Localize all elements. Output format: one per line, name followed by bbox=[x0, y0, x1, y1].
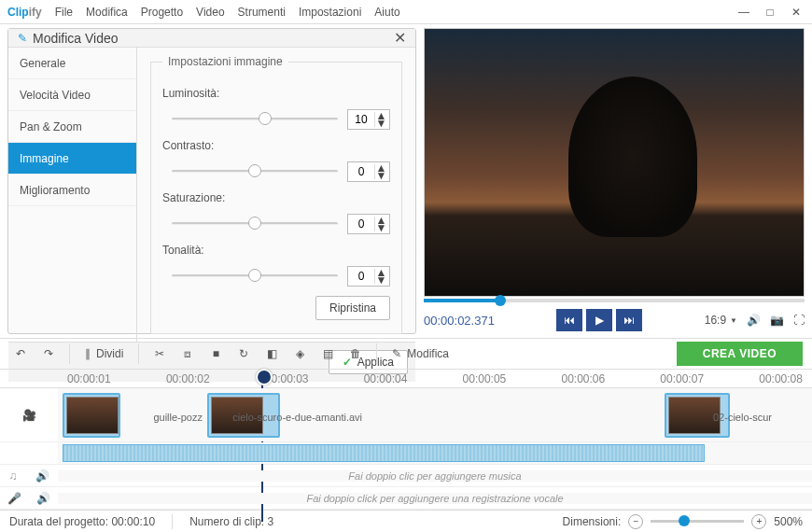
contrast-label: Contrasto: bbox=[162, 139, 235, 152]
split-button[interactable]: ∥Dividi bbox=[79, 347, 129, 360]
voice-mute-icon[interactable]: 🔊 bbox=[36, 492, 50, 505]
crop-icon[interactable]: ⧈ bbox=[176, 343, 199, 365]
adjust-icon[interactable]: ◧ bbox=[260, 343, 283, 365]
delete-icon[interactable]: 🗑 bbox=[344, 343, 367, 365]
redo-icon[interactable]: ↷ bbox=[37, 343, 60, 365]
prev-button[interactable]: ⏮ bbox=[556, 309, 582, 331]
cut-icon[interactable]: ✂ bbox=[148, 343, 171, 365]
music-mute-icon[interactable]: 🔊 bbox=[35, 469, 49, 483]
music-track-icon: ♫ bbox=[9, 469, 18, 483]
tab-panzoom[interactable]: Pan & Zoom bbox=[8, 111, 136, 143]
voice-hint[interactable]: Fai doppio click per aggiungere una regi… bbox=[58, 493, 812, 504]
create-video-button[interactable]: CREA VIDEO bbox=[677, 342, 803, 366]
hue-spin[interactable]: ▲▼ bbox=[347, 266, 390, 287]
brightness-label: Luminosità: bbox=[162, 87, 235, 100]
video-preview bbox=[424, 28, 805, 297]
stop-icon[interactable]: ■ bbox=[204, 343, 227, 365]
tab-general[interactable]: Generale bbox=[8, 48, 136, 79]
close-icon[interactable]: ✕ bbox=[788, 6, 805, 19]
saturation-slider[interactable] bbox=[172, 215, 338, 233]
tab-image[interactable]: Immagine bbox=[8, 143, 136, 175]
panel-title: Modifica Video bbox=[33, 31, 119, 46]
music-hint[interactable]: Fai doppio clic per aggiungere musica bbox=[58, 470, 812, 482]
clip-2[interactable]: cielo-scuro-e-due-amanti.avi bbox=[207, 393, 280, 438]
menu-edit[interactable]: Modifica bbox=[86, 6, 128, 19]
saturation-spin[interactable]: ▲▼ bbox=[347, 214, 390, 234]
brightness-spin[interactable]: ▲▼ bbox=[347, 109, 390, 130]
app-logo: Clipify bbox=[7, 5, 42, 19]
timecode: 00:00:02.371 bbox=[424, 314, 495, 328]
menubar: Clipify File Modifica Progetto Video Str… bbox=[0, 0, 812, 24]
playback-scrubber[interactable] bbox=[424, 299, 805, 302]
zoom-in-icon[interactable]: + bbox=[751, 514, 766, 529]
voice-track-icon: 🎤 bbox=[7, 492, 21, 505]
preview-pane: 00:00:02.371 ⏮ ▶ ⏭ 16:9▼ 🔊 📷 ⛶ bbox=[424, 28, 805, 334]
timeline: 00:00:0100:00:0200:00:0300:00:0400:00:05… bbox=[0, 370, 812, 510]
hue-label: Tonalità: bbox=[162, 244, 235, 257]
chroma-icon[interactable]: ▤ bbox=[316, 343, 339, 365]
zoom-out-icon[interactable]: − bbox=[628, 514, 643, 529]
stabilize-icon[interactable]: ◈ bbox=[288, 343, 311, 365]
clip-1[interactable]: guille-pozz bbox=[63, 393, 120, 438]
menu-settings[interactable]: Impostazioni bbox=[299, 6, 361, 19]
menu-help[interactable]: Aiuto bbox=[374, 6, 399, 19]
volume-icon[interactable]: 🔊 bbox=[747, 314, 761, 327]
tab-enhance[interactable]: Miglioramento bbox=[8, 175, 136, 206]
hue-slider[interactable] bbox=[172, 267, 338, 286]
zoom-slider[interactable] bbox=[651, 520, 744, 523]
menu-file[interactable]: File bbox=[55, 6, 73, 19]
video-track-icon: 🎥 bbox=[22, 409, 36, 422]
rotate-icon[interactable]: ↻ bbox=[232, 343, 255, 365]
reset-button[interactable]: Ripristina bbox=[315, 296, 390, 320]
tab-speed[interactable]: Velocità Video bbox=[8, 79, 136, 111]
brightness-slider[interactable] bbox=[172, 110, 338, 129]
next-button[interactable]: ⏭ bbox=[616, 309, 642, 331]
snapshot-icon[interactable]: 📷 bbox=[770, 314, 784, 327]
audio-waveform[interactable] bbox=[63, 444, 705, 462]
menu-tools[interactable]: Strumenti bbox=[238, 6, 286, 19]
edit-panel: ✎ Modifica Video ✕ Generale Velocità Vid… bbox=[7, 28, 416, 334]
saturation-label: Saturazione: bbox=[162, 191, 235, 204]
clip-3[interactable]: 02-cielo-scur bbox=[665, 393, 730, 438]
contrast-spin[interactable]: ▲▼ bbox=[347, 161, 390, 182]
zoom-value: 500% bbox=[774, 515, 803, 528]
panel-close-icon[interactable]: ✕ bbox=[394, 29, 406, 47]
maximize-icon[interactable]: □ bbox=[762, 6, 778, 19]
edit-button[interactable]: ✎Modifica bbox=[386, 347, 455, 360]
play-button[interactable]: ▶ bbox=[586, 309, 612, 331]
undo-icon[interactable]: ↶ bbox=[9, 343, 32, 365]
menu-project[interactable]: Progetto bbox=[141, 6, 183, 19]
status-bar: Durata del progetto: 00:00:10 Numero di … bbox=[0, 510, 812, 532]
fullscreen-icon[interactable]: ⛶ bbox=[793, 314, 805, 327]
contrast-slider[interactable] bbox=[172, 162, 338, 181]
aspect-ratio[interactable]: 16:9▼ bbox=[705, 314, 737, 327]
edit-icon: ✎ bbox=[18, 32, 27, 45]
menu-video[interactable]: Video bbox=[196, 6, 224, 19]
minimize-icon[interactable]: — bbox=[735, 6, 752, 19]
pencil-icon: ✎ bbox=[392, 347, 401, 360]
toolbar: ↶ ↷ ∥Dividi ✂ ⧈ ■ ↻ ◧ ◈ ▤ 🗑 ✎Modifica CR… bbox=[0, 338, 812, 370]
split-icon: ∥ bbox=[85, 347, 91, 360]
group-label: Impostazioni immagine bbox=[162, 55, 288, 68]
